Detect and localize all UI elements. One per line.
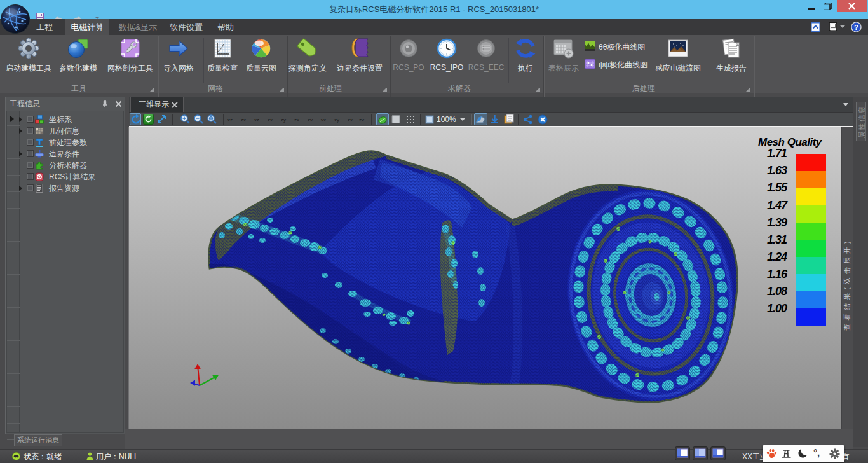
svg-text:?: ? — [854, 24, 858, 31]
